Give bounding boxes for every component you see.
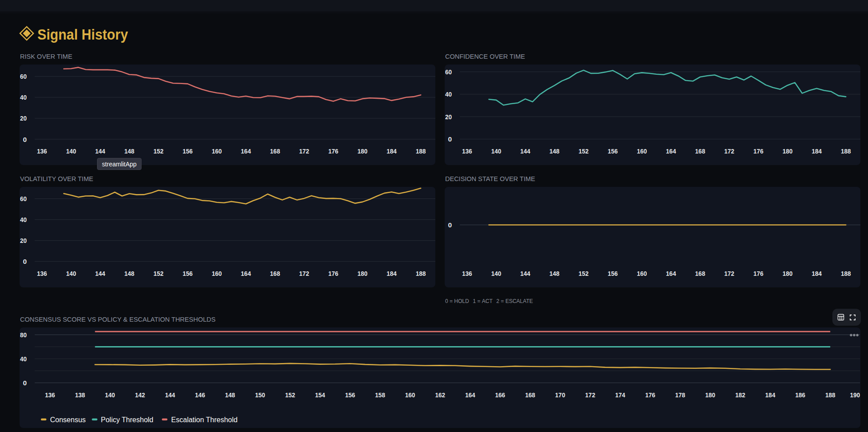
svg-text:144: 144	[520, 147, 531, 155]
svg-text:40: 40	[445, 90, 452, 98]
svg-text:152: 152	[154, 270, 164, 277]
svg-text:148: 148	[124, 270, 134, 277]
svg-text:188: 188	[825, 391, 836, 399]
svg-text:0: 0	[448, 135, 452, 143]
svg-text:144: 144	[520, 270, 531, 277]
svg-text:136: 136	[37, 270, 47, 277]
svg-text:148: 148	[225, 391, 235, 399]
svg-text:40: 40	[20, 93, 27, 101]
svg-text:144: 144	[165, 391, 175, 399]
svg-text:174: 174	[615, 391, 625, 399]
svg-text:168: 168	[270, 147, 280, 155]
svg-text:184: 184	[811, 270, 822, 277]
svg-text:168: 168	[270, 270, 280, 277]
svg-text:172: 172	[724, 270, 734, 277]
svg-text:152: 152	[154, 147, 164, 155]
svg-text:0: 0	[23, 258, 27, 265]
svg-text:136: 136	[37, 147, 47, 155]
svg-text:164: 164	[241, 147, 251, 155]
svg-text:172: 172	[585, 391, 596, 399]
svg-text:158: 158	[375, 391, 385, 399]
svg-text:140: 140	[105, 391, 115, 399]
svg-text:176: 176	[754, 147, 764, 155]
svg-text:156: 156	[608, 270, 618, 277]
svg-text:140: 140	[66, 147, 76, 155]
svg-text:140: 140	[491, 147, 501, 155]
svg-text:140: 140	[491, 270, 501, 277]
svg-text:80: 80	[20, 331, 27, 339]
svg-text:60: 60	[20, 195, 27, 202]
svg-text:184: 184	[386, 270, 397, 277]
svg-text:60: 60	[20, 73, 27, 80]
svg-text:176: 176	[754, 270, 764, 277]
svg-text:Consensus: Consensus	[50, 416, 86, 424]
svg-text:138: 138	[75, 391, 85, 399]
svg-text:160: 160	[405, 391, 415, 399]
svg-text:164: 164	[666, 147, 676, 155]
svg-text:180: 180	[357, 270, 368, 277]
svg-text:182: 182	[735, 391, 746, 399]
svg-text:188: 188	[416, 270, 426, 277]
svg-text:176: 176	[329, 147, 339, 155]
svg-text:152: 152	[579, 270, 589, 277]
svg-text:164: 164	[465, 391, 475, 399]
svg-text:20: 20	[445, 113, 452, 121]
svg-text:154: 154	[315, 391, 325, 399]
svg-text:144: 144	[95, 270, 105, 277]
svg-text:168: 168	[695, 270, 706, 277]
svg-text:156: 156	[345, 391, 355, 399]
svg-text:152: 152	[579, 147, 589, 155]
svg-text:0: 0	[23, 379, 27, 387]
svg-text:186: 186	[795, 391, 806, 399]
svg-text:156: 156	[183, 147, 193, 155]
svg-text:148: 148	[124, 147, 134, 155]
svg-text:40: 40	[20, 355, 27, 363]
svg-text:170: 170	[555, 391, 565, 399]
svg-text:180: 180	[705, 391, 715, 399]
svg-text:148: 148	[549, 270, 560, 277]
svg-text:180: 180	[783, 147, 793, 155]
svg-text:160: 160	[637, 147, 647, 155]
svg-text:188: 188	[841, 270, 851, 277]
svg-text:164: 164	[241, 270, 251, 277]
svg-text:144: 144	[95, 147, 105, 155]
svg-text:172: 172	[299, 147, 309, 155]
svg-text:152: 152	[285, 391, 295, 399]
svg-text:180: 180	[357, 147, 368, 155]
svg-text:60: 60	[445, 68, 452, 76]
svg-text:188: 188	[416, 147, 426, 155]
svg-text:Escalation Threshold: Escalation Threshold	[171, 416, 238, 424]
svg-text:140: 140	[66, 270, 76, 277]
svg-text:160: 160	[212, 270, 222, 277]
svg-text:0: 0	[448, 221, 452, 229]
svg-text:156: 156	[183, 270, 193, 277]
svg-text:184: 184	[386, 147, 397, 155]
svg-text:142: 142	[135, 391, 145, 399]
svg-text:146: 146	[195, 391, 205, 399]
svg-text:168: 168	[695, 147, 706, 155]
svg-text:166: 166	[495, 391, 505, 399]
svg-text:162: 162	[435, 391, 446, 399]
svg-text:136: 136	[462, 270, 472, 277]
svg-text:136: 136	[45, 391, 55, 399]
svg-text:184: 184	[811, 147, 822, 155]
svg-text:176: 176	[329, 270, 339, 277]
svg-text:178: 178	[675, 391, 685, 399]
svg-text:188: 188	[841, 147, 851, 155]
svg-text:190: 190	[850, 391, 860, 399]
svg-text:150: 150	[255, 391, 265, 399]
svg-text:136: 136	[462, 147, 472, 155]
svg-text:168: 168	[525, 391, 535, 399]
svg-text:40: 40	[20, 216, 27, 223]
svg-text:0: 0	[23, 136, 27, 143]
svg-text:180: 180	[783, 270, 793, 277]
svg-text:172: 172	[299, 270, 309, 277]
svg-text:148: 148	[549, 147, 560, 155]
svg-text:184: 184	[765, 391, 775, 399]
svg-text:172: 172	[724, 147, 734, 155]
svg-text:20: 20	[20, 114, 27, 122]
svg-text:Policy Threshold: Policy Threshold	[101, 416, 154, 424]
svg-text:176: 176	[645, 391, 655, 399]
svg-text:20: 20	[20, 237, 27, 244]
svg-text:156: 156	[608, 147, 618, 155]
